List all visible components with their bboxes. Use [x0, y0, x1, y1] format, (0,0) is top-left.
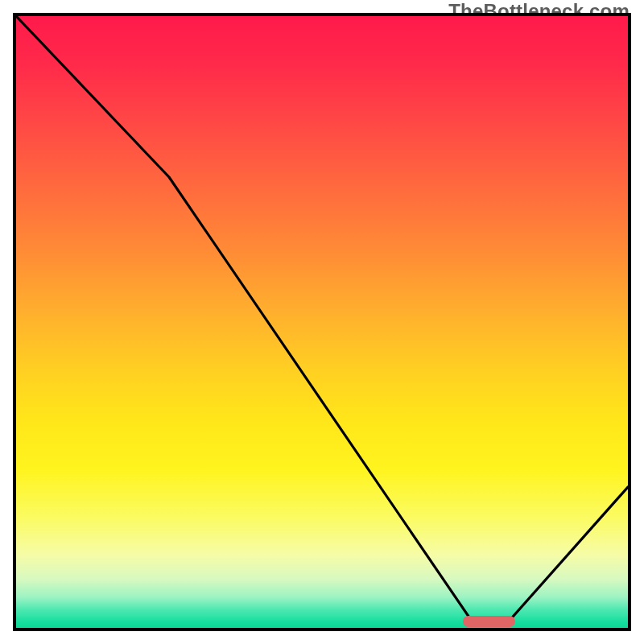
bottleneck-curve: [16, 16, 628, 628]
bottleneck-curve-path: [16, 16, 628, 624]
chart-frame: [13, 13, 631, 631]
optimal-range-marker: [463, 616, 515, 627]
